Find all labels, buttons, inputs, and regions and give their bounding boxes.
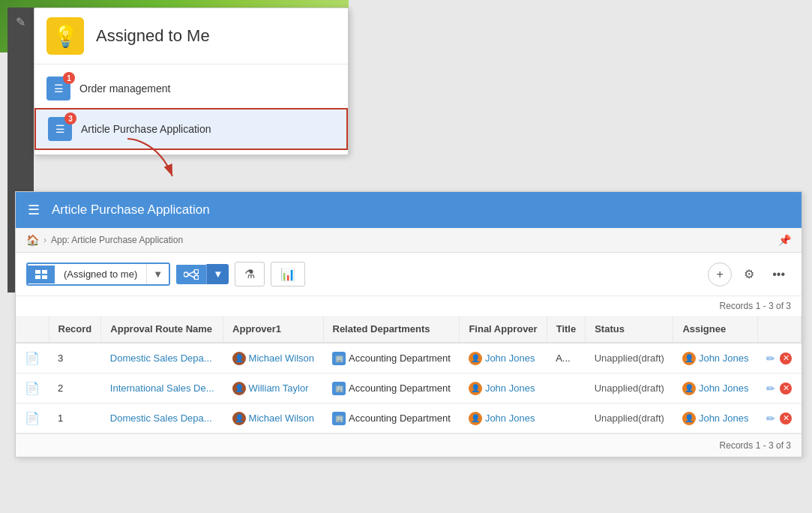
row1-final-approver: 👤 John Jones bbox=[460, 404, 547, 434]
row2-record: 2 bbox=[49, 374, 101, 404]
row1-actions: ✏ ✕ bbox=[757, 404, 801, 434]
row2-assignee-avatar: 👤 bbox=[682, 382, 696, 395]
flow-button-group[interactable]: ▼ bbox=[176, 264, 229, 284]
edit-icon[interactable]: ✎ bbox=[16, 15, 25, 29]
gear-icon: ⚙ bbox=[744, 268, 754, 280]
row3-final-link[interactable]: John Jones bbox=[485, 352, 535, 364]
col-record: Record bbox=[49, 316, 101, 343]
row2-assignee-cell: 👤 John Jones bbox=[682, 382, 749, 395]
add-button[interactable]: + bbox=[708, 262, 732, 286]
row1-edit-icon[interactable]: ✏ bbox=[766, 412, 775, 424]
row1-approval-route[interactable]: Domestic Sales Depa... bbox=[101, 404, 223, 434]
row3-title: A... bbox=[547, 343, 586, 374]
col-approval-route: Approval Route Name bbox=[101, 316, 223, 343]
row1-assignee: 👤 John Jones bbox=[673, 404, 758, 434]
row2-approver1: 👤 William Taylor bbox=[223, 374, 323, 404]
row3-status: Unapplied(draft) bbox=[586, 343, 673, 374]
row1-final-link[interactable]: John Jones bbox=[485, 412, 535, 424]
row3-assignee-link[interactable]: John Jones bbox=[699, 352, 749, 364]
row1-title bbox=[547, 404, 586, 434]
article-purchase-badge: 3 bbox=[64, 112, 76, 124]
more-button[interactable]: ••• bbox=[766, 265, 791, 284]
row1-assignee-avatar: 👤 bbox=[682, 412, 696, 425]
row3-approver1: 👤 Michael Wilson bbox=[223, 343, 323, 374]
row2-doc-icon: 📄 bbox=[16, 374, 49, 404]
svg-point-7 bbox=[194, 275, 199, 280]
row2-approver1-cell: 👤 William Taylor bbox=[232, 382, 314, 395]
dropdown-item-order-management[interactable]: ☰ 1 Order management bbox=[34, 69, 348, 108]
row1-approver1-link[interactable]: Michael Wilson bbox=[249, 412, 314, 424]
dropdown-item-article-purchase[interactable]: ☰ 3 Article Purchase Application bbox=[34, 108, 348, 150]
row3-approval-route[interactable]: Domestic Sales Depa... bbox=[101, 343, 223, 374]
filter-icon: ⚗ bbox=[244, 268, 255, 280]
panel-header: 💡 Assigned to Me bbox=[34, 8, 348, 64]
panel-title: Assigned to Me bbox=[96, 26, 210, 46]
document-icon: 📄 bbox=[25, 352, 40, 364]
col-final-approver: Final Approver bbox=[460, 316, 547, 343]
row3-final-approver-cell: 👤 John Jones bbox=[469, 352, 538, 365]
row3-related-dept: 🏢 Accounting Department bbox=[323, 343, 460, 374]
row2-approval-route[interactable]: International Sales De... bbox=[101, 374, 223, 404]
hamburger-icon[interactable]: ☰ bbox=[28, 202, 40, 218]
chevron-down-icon: ▼ bbox=[153, 268, 163, 280]
row2-final-link[interactable]: John Jones bbox=[485, 382, 535, 394]
app-header: ☰ Article Purchase Application bbox=[16, 192, 802, 228]
row3-final-approver: 👤 John Jones bbox=[460, 343, 547, 374]
records-count-bottom-text: Records 1 - 3 of 3 bbox=[720, 440, 791, 451]
filter-button[interactable]: ⚗ bbox=[235, 262, 265, 286]
svg-rect-1 bbox=[35, 270, 40, 274]
row2-assignee-link[interactable]: John Jones bbox=[699, 382, 749, 394]
row3-final-avatar: 👤 bbox=[469, 352, 482, 365]
row1-delete-icon[interactable]: ✕ bbox=[780, 412, 792, 424]
row2-dept-cell: 🏢 Accounting Department bbox=[332, 382, 451, 395]
view-label-button[interactable]: (Assigned to me) bbox=[55, 264, 146, 284]
table-row: 📄 3 Domestic Sales Depa... 👤 Michael Wil… bbox=[16, 343, 802, 374]
assigned-to-me-panel: 💡 Assigned to Me ☰ 1 Order management ☰ … bbox=[34, 8, 349, 155]
row2-status: Unapplied(draft) bbox=[586, 374, 673, 404]
row3-approval-link[interactable]: Domestic Sales Depa... bbox=[110, 352, 212, 364]
row1-doc-icon: 📄 bbox=[16, 404, 49, 434]
view-selector[interactable]: (Assigned to me) ▼ bbox=[26, 262, 170, 286]
records-count-top: Records 1 - 3 of 3 bbox=[16, 296, 802, 316]
col-related-dept: Related Departments bbox=[323, 316, 460, 343]
col-assignee: Assignee bbox=[673, 316, 758, 343]
flow-dropdown-button[interactable]: ▼ bbox=[206, 264, 229, 284]
row3-doc-icon: 📄 bbox=[16, 343, 49, 374]
settings-button[interactable]: ⚙ bbox=[738, 264, 760, 284]
toolbar: (Assigned to me) ▼ ▼ ⚗ bbox=[16, 253, 802, 296]
view-dropdown-button[interactable]: ▼ bbox=[146, 264, 169, 284]
order-management-icon-wrapper: ☰ 1 bbox=[46, 76, 70, 100]
row3-approver1-link[interactable]: Michael Wilson bbox=[249, 352, 314, 364]
row2-delete-icon[interactable]: ✕ bbox=[780, 382, 792, 394]
pin-icon[interactable]: 📌 bbox=[778, 234, 791, 246]
order-management-badge: 1 bbox=[63, 72, 75, 84]
row3-edit-icon[interactable]: ✏ bbox=[766, 352, 775, 364]
row1-assignee-link[interactable]: John Jones bbox=[699, 412, 749, 424]
row2-approval-link[interactable]: International Sales De... bbox=[110, 382, 214, 394]
article-purchase-label: Article Purchase Application bbox=[81, 123, 211, 135]
svg-rect-2 bbox=[42, 270, 47, 274]
row3-approver1-avatar: 👤 bbox=[232, 352, 246, 365]
row2-final-avatar: 👤 bbox=[469, 382, 482, 395]
row1-approver1: 👤 Michael Wilson bbox=[223, 404, 323, 434]
col-actions bbox=[757, 316, 801, 343]
app-title: Article Purchase Application bbox=[52, 202, 210, 218]
chart-button[interactable]: 📊 bbox=[271, 262, 305, 286]
row3-dept-cell: 🏢 Accounting Department bbox=[332, 352, 451, 365]
order-management-label: Order management bbox=[79, 82, 170, 94]
flow-button[interactable] bbox=[176, 265, 206, 284]
row1-record: 1 bbox=[49, 404, 101, 434]
row3-delete-icon[interactable]: ✕ bbox=[780, 352, 792, 364]
row2-action-icons: ✏ ✕ bbox=[766, 382, 792, 394]
document-icon: 📄 bbox=[25, 412, 40, 424]
row1-final-avatar: 👤 bbox=[469, 412, 482, 425]
home-icon[interactable]: 🏠 bbox=[26, 234, 39, 246]
svg-point-5 bbox=[184, 272, 188, 277]
col-status: Status bbox=[586, 316, 673, 343]
view-icon-button[interactable] bbox=[28, 266, 55, 284]
chart-icon: 📊 bbox=[280, 268, 295, 280]
row2-approver1-link[interactable]: William Taylor bbox=[249, 382, 309, 394]
row1-approval-link[interactable]: Domestic Sales Depa... bbox=[110, 412, 212, 424]
row2-edit-icon[interactable]: ✏ bbox=[766, 382, 775, 394]
table-header-row: Record Approval Route Name Approver1 Rel… bbox=[16, 316, 802, 343]
